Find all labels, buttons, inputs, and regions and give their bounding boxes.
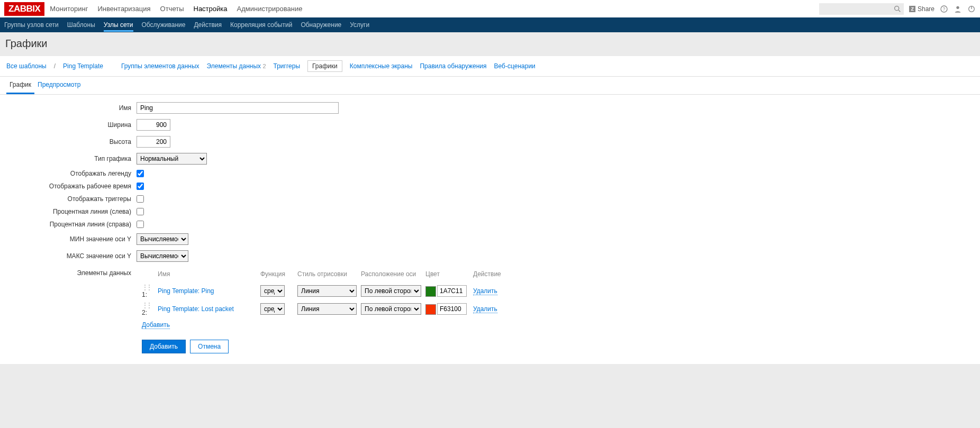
share-z-icon: Z <box>909 6 915 12</box>
filter-discovery[interactable]: Правила обнаружения <box>420 62 486 70</box>
tab-preview[interactable]: Предпросмотр <box>34 77 84 94</box>
select-style[interactable]: Линия <box>297 285 357 297</box>
search-wrap <box>819 3 904 15</box>
table-row: ⋮⋮ 2: Ping Template: Lost packet сред Ли… <box>142 300 505 318</box>
th-color: Цвет <box>425 268 473 282</box>
color-swatch[interactable] <box>425 304 436 315</box>
input-width[interactable] <box>137 119 170 131</box>
page-header: Графики <box>0 32 980 56</box>
input-color[interactable] <box>437 303 467 315</box>
label-height: Высота <box>6 138 137 145</box>
select-axis[interactable]: По левой стороне <box>361 303 421 315</box>
subnav-templates[interactable]: Шаблоны <box>67 18 95 32</box>
delete-link[interactable]: Удалить <box>473 305 497 313</box>
items-table: Имя Функция Стиль отрисовки Расположение… <box>142 268 505 330</box>
select-func[interactable]: сред <box>260 285 285 297</box>
topnav-inventory[interactable]: Инвентаризация <box>97 1 150 17</box>
user-icon[interactable] <box>954 5 962 13</box>
filter-items-count: 2 <box>262 63 266 69</box>
label-width: Ширина <box>6 121 137 129</box>
subnav-discovery[interactable]: Обнаружение <box>301 18 341 32</box>
check-legend[interactable] <box>137 170 144 177</box>
label-legend: Отображать легенду <box>6 170 137 177</box>
share-button[interactable]: Z Share <box>909 5 934 13</box>
subnav-hostgroups[interactable]: Группы узлов сети <box>4 18 59 32</box>
topnav-config[interactable]: Настройка <box>194 1 228 17</box>
label-ymin: МИН значение оси Y <box>6 235 137 243</box>
svg-line-1 <box>899 10 900 12</box>
table-row: ⋮⋮ 1: Ping Template: Ping сред Линия По … <box>142 282 505 300</box>
filter-items-label: Элементы данных <box>207 62 261 70</box>
form-body: Имя Ширина Высота Тип графика Нормальный… <box>0 95 980 364</box>
input-height[interactable] <box>137 136 170 148</box>
check-pleft[interactable] <box>137 208 144 215</box>
topbar: ZABBIX Мониторинг Инвентаризация Отчеты … <box>0 0 980 17</box>
breadcrumb-template[interactable]: Ping Template <box>63 62 103 70</box>
color-swatch[interactable] <box>425 286 436 297</box>
button-row: Добавить Отмена <box>142 340 974 353</box>
svg-point-0 <box>895 6 899 10</box>
th-action: Действие <box>473 268 505 282</box>
share-label: Share <box>918 5 934 13</box>
breadcrumb-all[interactable]: Все шаблоны <box>6 62 47 70</box>
tab-graph[interactable]: График <box>6 77 34 94</box>
logo[interactable]: ZABBIX <box>4 2 44 16</box>
check-pright[interactable] <box>137 221 144 228</box>
th-style: Стиль отрисовки <box>297 268 361 282</box>
filter-app[interactable]: Группы элементов данных <box>121 62 199 70</box>
drag-handle-icon[interactable]: ⋮⋮ <box>142 284 150 291</box>
input-name[interactable] <box>137 102 339 114</box>
label-pright: Процентная линия (справа) <box>6 221 137 228</box>
subnav-hosts[interactable]: Узлы сети <box>104 18 133 32</box>
filter-items[interactable]: Элементы данных 2 <box>207 62 266 70</box>
help-icon[interactable]: ? <box>940 5 948 13</box>
subnav-maintenance[interactable]: Обслуживание <box>142 18 186 32</box>
svg-point-4 <box>956 6 959 8</box>
topnav-reports[interactable]: Отчеты <box>160 1 184 17</box>
row-num: 1: <box>142 291 147 298</box>
add-item-link[interactable]: Добавить <box>142 321 170 329</box>
filter-triggers[interactable]: Триггеры <box>274 62 301 70</box>
topnav-admin[interactable]: Администрирование <box>237 1 303 17</box>
check-worktime[interactable] <box>137 183 144 190</box>
label-pleft: Процентная линия (слева) <box>6 208 137 215</box>
cancel-button[interactable]: Отмена <box>190 340 229 353</box>
select-type[interactable]: Нормальный <box>137 153 207 165</box>
subnav-services[interactable]: Услуги <box>350 18 369 32</box>
topnav: Мониторинг Инвентаризация Отчеты Настрой… <box>50 1 302 17</box>
filter-nav: Все шаблоны / Ping Template Группы элеме… <box>0 56 980 77</box>
label-triggers: Отображать триггеры <box>6 195 137 203</box>
row-num: 2: <box>142 309 147 316</box>
item-name-link[interactable]: Ping Template: Lost packet <box>158 305 234 313</box>
select-func[interactable]: сред <box>260 303 285 315</box>
th-name: Имя <box>158 268 260 282</box>
breadcrumb-sep: / <box>54 62 56 70</box>
select-ymax[interactable]: Вычисляемое <box>137 250 188 262</box>
search-input[interactable] <box>819 3 904 15</box>
label-name: Имя <box>6 104 137 112</box>
item-name-link[interactable]: Ping Template: Ping <box>158 287 214 295</box>
select-style[interactable]: Линия <box>297 303 357 315</box>
search-icon[interactable] <box>893 5 902 13</box>
label-items: Элементы данных <box>6 267 137 277</box>
page-title: Графики <box>5 38 975 50</box>
subnav: Группы узлов сети Шаблоны Узлы сети Обсл… <box>0 17 980 32</box>
filter-screens[interactable]: Комплексные экраны <box>350 62 413 70</box>
topbar-right: Z Share ? <box>819 3 976 15</box>
filter-web[interactable]: Веб-сценарии <box>494 62 536 70</box>
delete-link[interactable]: Удалить <box>473 287 497 295</box>
input-color[interactable] <box>437 285 467 297</box>
th-axis: Расположение оси <box>361 268 425 282</box>
label-ymax: МАКС значение оси Y <box>6 252 137 260</box>
form-tabs: График Предпросмотр <box>0 77 980 95</box>
logout-icon[interactable] <box>967 5 976 13</box>
topnav-monitoring[interactable]: Мониторинг <box>50 1 88 17</box>
select-axis[interactable]: По левой стороне <box>361 285 421 297</box>
filter-graphs[interactable]: Графики <box>307 60 342 72</box>
select-ymin[interactable]: Вычисляемое <box>137 233 188 245</box>
submit-button[interactable]: Добавить <box>142 340 186 353</box>
label-worktime: Отображать рабочее время <box>6 183 137 190</box>
drag-handle-icon[interactable]: ⋮⋮ <box>142 302 150 309</box>
subnav-correlation[interactable]: Корреляция событий <box>230 18 292 32</box>
check-triggers[interactable] <box>137 195 144 203</box>
